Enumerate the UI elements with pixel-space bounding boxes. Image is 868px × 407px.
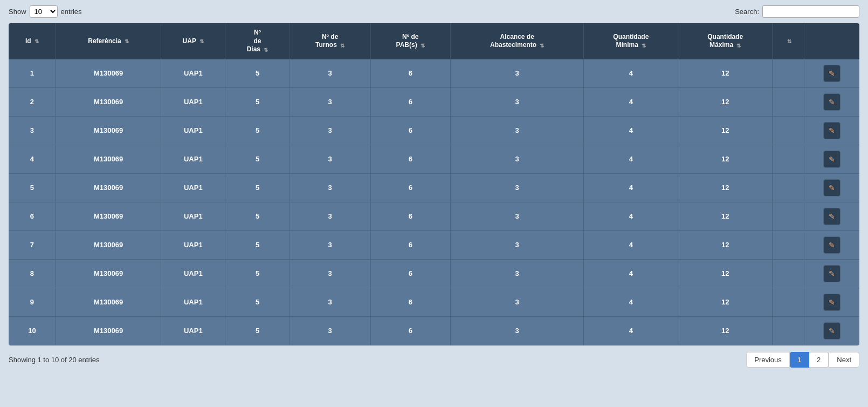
table-row: 6M130069UAP15363412✎ — [9, 202, 859, 230]
cell-n_pabs: 6 — [370, 316, 450, 345]
cell-action: ✎ — [804, 259, 859, 288]
page-button-2[interactable]: 2 — [809, 352, 829, 368]
cell-id: 4 — [9, 145, 56, 173]
edit-button[interactable]: ✎ — [823, 265, 841, 282]
sort-arrows-referencia: ⇅ — [125, 38, 129, 45]
cell-n_dias: 5 — [225, 202, 290, 230]
cell-qtd_maxima: 12 — [678, 173, 773, 202]
cell-n_pabs: 6 — [370, 116, 450, 145]
cell-n_pabs: 6 — [370, 259, 450, 288]
cell-n_turnos: 3 — [290, 116, 370, 145]
cell-uap: UAP1 — [161, 230, 225, 259]
cell-n_turnos: 3 — [290, 259, 370, 288]
entries-select[interactable]: 102550100 — [30, 5, 58, 18]
col-n-pabs[interactable]: Nº dePAB(s) ⇅ — [370, 23, 450, 59]
cell-action: ✎ — [804, 230, 859, 259]
cell-uap: UAP1 — [161, 116, 225, 145]
col-n-dias[interactable]: NºdeDias ⇅ — [225, 23, 290, 59]
cell-n_dias: 5 — [225, 288, 290, 316]
cell-extra — [773, 230, 804, 259]
cell-uap: UAP1 — [161, 59, 225, 88]
cell-referencia: M130069 — [56, 87, 161, 116]
cell-qtd_minima: 4 — [584, 316, 678, 345]
edit-button[interactable]: ✎ — [823, 122, 841, 139]
cell-action: ✎ — [804, 59, 859, 88]
cell-referencia: M130069 — [56, 259, 161, 288]
cell-qtd_maxima: 12 — [678, 116, 773, 145]
header-row: Id ⇅ Referência ⇅ UAP ⇅ NºdeDias ⇅ Nº de… — [9, 23, 859, 59]
cell-uap: UAP1 — [161, 288, 225, 316]
col-alcance[interactable]: Alcance deAbastecimento ⇅ — [451, 23, 584, 59]
edit-button[interactable]: ✎ — [823, 236, 841, 254]
cell-n_dias: 5 — [225, 316, 290, 345]
edit-button[interactable]: ✎ — [823, 294, 841, 311]
col-qtd-maxima[interactable]: QuantidadeMáxima ⇅ — [678, 23, 773, 59]
cell-qtd_minima: 4 — [584, 288, 678, 316]
cell-n_dias: 5 — [225, 59, 290, 88]
search-input[interactable] — [762, 5, 859, 18]
cell-action: ✎ — [804, 116, 859, 145]
cell-id: 9 — [9, 288, 56, 316]
cell-n_pabs: 6 — [370, 173, 450, 202]
sort-arrows-alcance: ⇅ — [540, 42, 544, 49]
cell-id: 8 — [9, 259, 56, 288]
cell-qtd_maxima: 12 — [678, 202, 773, 230]
cell-action: ✎ — [804, 202, 859, 230]
col-referencia[interactable]: Referência ⇅ — [56, 23, 161, 59]
cell-qtd_minima: 4 — [584, 230, 678, 259]
cell-n_turnos: 3 — [290, 59, 370, 88]
cell-referencia: M130069 — [56, 202, 161, 230]
cell-action: ✎ — [804, 173, 859, 202]
cell-referencia: M130069 — [56, 59, 161, 88]
cell-extra — [773, 116, 804, 145]
cell-alcance: 3 — [451, 87, 584, 116]
top-controls: Show 102550100 entries Search: — [9, 5, 859, 18]
cell-n_turnos: 3 — [290, 173, 370, 202]
page-buttons: 12 — [790, 352, 829, 368]
cell-action: ✎ — [804, 288, 859, 316]
cell-qtd_maxima: 12 — [678, 59, 773, 88]
cell-id: 1 — [9, 59, 56, 88]
cell-extra — [773, 202, 804, 230]
cell-referencia: M130069 — [56, 116, 161, 145]
col-id[interactable]: Id ⇅ — [9, 23, 56, 59]
col-n-turnos[interactable]: Nº deTurnos ⇅ — [290, 23, 370, 59]
cell-qtd_minima: 4 — [584, 259, 678, 288]
cell-alcance: 3 — [451, 259, 584, 288]
cell-referencia: M130069 — [56, 230, 161, 259]
cell-extra — [773, 259, 804, 288]
edit-button[interactable]: ✎ — [823, 208, 841, 225]
cell-qtd_minima: 4 — [584, 116, 678, 145]
edit-button[interactable]: ✎ — [823, 65, 841, 82]
sort-arrows-nturnos: ⇅ — [340, 42, 345, 49]
cell-n_dias: 5 — [225, 87, 290, 116]
col-uap[interactable]: UAP ⇅ — [161, 23, 225, 59]
table-row: 2M130069UAP15363412✎ — [9, 87, 859, 116]
col-extra[interactable]: ⇅ — [773, 23, 804, 59]
cell-referencia: M130069 — [56, 145, 161, 173]
cell-referencia: M130069 — [56, 288, 161, 316]
col-qtd-minima[interactable]: QuantidadeMínima ⇅ — [584, 23, 678, 59]
cell-id: 3 — [9, 116, 56, 145]
cell-uap: UAP1 — [161, 173, 225, 202]
cell-alcance: 3 — [451, 59, 584, 88]
cell-action: ✎ — [804, 87, 859, 116]
cell-qtd_minima: 4 — [584, 202, 678, 230]
cell-id: 5 — [9, 173, 56, 202]
previous-button[interactable]: Previous — [746, 352, 790, 368]
cell-action: ✎ — [804, 316, 859, 345]
next-button[interactable]: Next — [829, 352, 859, 368]
entries-label: entries — [61, 8, 82, 16]
edit-button[interactable]: ✎ — [823, 151, 841, 168]
search-label: Search: — [735, 8, 759, 16]
cell-alcance: 3 — [451, 230, 584, 259]
cell-referencia: M130069 — [56, 173, 161, 202]
cell-n_turnos: 3 — [290, 145, 370, 173]
cell-uap: UAP1 — [161, 259, 225, 288]
page-button-1[interactable]: 1 — [790, 352, 809, 368]
edit-button[interactable]: ✎ — [823, 322, 841, 340]
edit-button[interactable]: ✎ — [823, 179, 841, 196]
cell-n_dias: 5 — [225, 259, 290, 288]
edit-button[interactable]: ✎ — [823, 93, 841, 111]
table-header: Id ⇅ Referência ⇅ UAP ⇅ NºdeDias ⇅ Nº de… — [9, 23, 859, 59]
